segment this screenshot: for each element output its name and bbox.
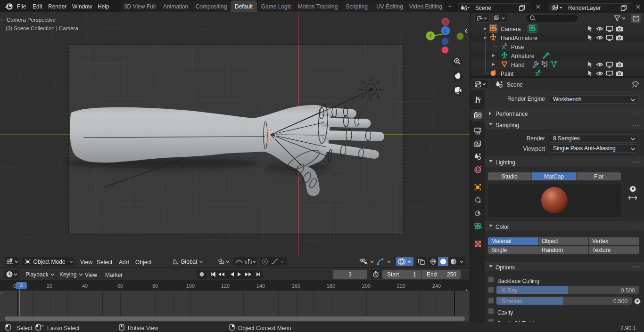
- svg-text:Y: Y: [429, 33, 432, 39]
- svg-text:X: X: [444, 19, 447, 24]
- svg-text:Z: Z: [444, 28, 447, 33]
